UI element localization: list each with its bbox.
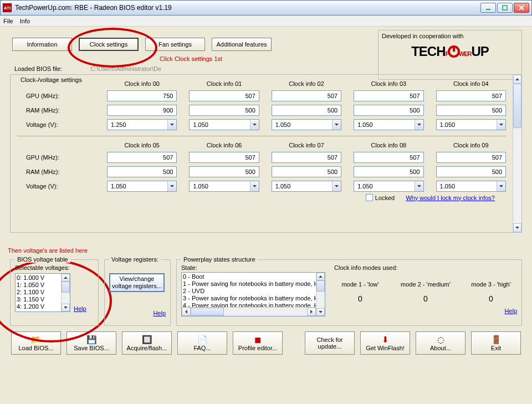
list-item[interactable]: 3 - Power saving for notebooks in batter… bbox=[183, 295, 324, 302]
locked-checkbox[interactable] bbox=[366, 194, 373, 201]
tab-fan-settings[interactable]: Fan settings bbox=[145, 38, 205, 51]
scroll-down-icon[interactable] bbox=[62, 304, 70, 311]
gpu-00[interactable]: 750 bbox=[107, 90, 177, 101]
volt-04[interactable]: 1.050 bbox=[436, 119, 506, 130]
gpu-03[interactable]: 507 bbox=[354, 90, 423, 101]
clock-head-07: Clock info 07 bbox=[272, 142, 341, 149]
gpu-01[interactable]: 507 bbox=[189, 90, 259, 101]
chevron-down-icon bbox=[332, 120, 341, 130]
svg-marker-8 bbox=[499, 124, 503, 126]
gpu-02[interactable]: 507 bbox=[272, 90, 341, 101]
folder-open-icon: 📂 bbox=[31, 335, 42, 344]
scroll-thumb[interactable] bbox=[513, 84, 521, 128]
gpu-08[interactable]: 507 bbox=[354, 152, 423, 163]
volt-00[interactable]: 1.250 bbox=[107, 119, 177, 130]
scroll-left-icon[interactable] bbox=[182, 308, 191, 316]
developed-in-cooperation-box: Developed in cooperation with TECHPWERUP bbox=[378, 30, 522, 80]
scroll-thumb[interactable] bbox=[191, 308, 224, 316]
get-winflash-button[interactable]: ⬇Get WinFlash! bbox=[360, 331, 410, 355]
clock-head-04: Clock info 04 bbox=[436, 80, 506, 87]
mode-3-label: mode 3 - 'high' bbox=[465, 281, 517, 288]
scroll-up-icon[interactable] bbox=[316, 273, 325, 280]
scroll-thumb[interactable] bbox=[316, 280, 325, 292]
gpu-09[interactable]: 507 bbox=[436, 152, 506, 163]
clock-head-01: Clock info 01 bbox=[189, 80, 259, 87]
volt-09[interactable]: 1.050 bbox=[436, 181, 506, 192]
close-button[interactable] bbox=[514, 3, 529, 13]
svg-marker-20 bbox=[185, 310, 187, 314]
clock-head-09: Clock info 09 bbox=[436, 142, 506, 149]
volt-03[interactable]: 1.050 bbox=[354, 119, 423, 130]
chip-icon: 🔲 bbox=[142, 335, 152, 344]
load-bios-button[interactable]: 📂Load BIOS... bbox=[11, 331, 61, 355]
volt-07[interactable]: 1.050 bbox=[272, 181, 341, 192]
save-bios-button[interactable]: 💾Save BIOS... bbox=[66, 331, 116, 355]
scroll-down-icon[interactable] bbox=[513, 223, 521, 232]
volt-05[interactable]: 1.050 bbox=[107, 181, 177, 192]
svg-marker-10 bbox=[253, 185, 257, 187]
scroll-thumb[interactable] bbox=[62, 282, 70, 293]
ram-row-label: RAM (MHz): bbox=[17, 107, 95, 114]
svg-marker-4 bbox=[170, 124, 174, 126]
scroll-up-icon[interactable] bbox=[62, 274, 70, 282]
about-button[interactable]: ◌About... bbox=[416, 331, 466, 355]
powerplay-help-link[interactable]: Help bbox=[504, 308, 517, 314]
ram-09[interactable]: 500 bbox=[436, 166, 506, 177]
list-item[interactable]: 1 - Power saving for notebooks in batter… bbox=[183, 280, 324, 288]
menu-file[interactable]: File bbox=[3, 18, 13, 24]
ram-08[interactable]: 500 bbox=[354, 166, 423, 177]
volt-row-label: Voltage (V): bbox=[17, 121, 95, 128]
gpu-04[interactable]: 507 bbox=[436, 90, 506, 101]
state-list-scrollbar[interactable] bbox=[316, 273, 325, 316]
tab-clock-settings[interactable]: Clock settings bbox=[79, 38, 139, 51]
registers-help-link[interactable]: Help bbox=[153, 310, 166, 316]
clock-head-05: Clock info 05 bbox=[107, 142, 177, 149]
chevron-down-icon bbox=[497, 120, 505, 130]
chevron-down-icon bbox=[332, 181, 341, 191]
volt-01[interactable]: 1.050 bbox=[189, 119, 259, 130]
minimize-button[interactable] bbox=[480, 3, 496, 13]
volt-08[interactable]: 1.050 bbox=[354, 181, 423, 192]
ram-05[interactable]: 500 bbox=[107, 166, 177, 177]
scroll-down-icon[interactable] bbox=[316, 308, 325, 316]
list-item[interactable]: 0 - Boot bbox=[183, 273, 324, 280]
menu-info[interactable]: Info bbox=[20, 18, 30, 24]
ram-04[interactable]: 500 bbox=[436, 105, 506, 116]
ram-01[interactable]: 500 bbox=[189, 105, 259, 116]
gpu-05[interactable]: 507 bbox=[107, 152, 177, 163]
ram-00[interactable]: 900 bbox=[107, 105, 177, 116]
scroll-right-icon[interactable] bbox=[307, 308, 316, 316]
view-change-registers-button[interactable]: View/change voltage registers... bbox=[109, 273, 165, 292]
voltage-list-scrollbar[interactable] bbox=[61, 274, 70, 311]
why-lock-link[interactable]: Why would I lock my clock infos? bbox=[406, 195, 495, 201]
tab-additional-features[interactable]: Additional features bbox=[212, 38, 272, 51]
ram-03[interactable]: 500 bbox=[354, 105, 423, 116]
vertical-scrollbar[interactable] bbox=[513, 75, 521, 232]
state-listbox[interactable]: 0 - Boot 1 - Power saving for notebooks … bbox=[181, 272, 325, 316]
maximize-button[interactable] bbox=[497, 3, 513, 13]
state-list-hscroll[interactable] bbox=[182, 307, 316, 316]
svg-marker-9 bbox=[170, 185, 174, 187]
ram-02[interactable]: 500 bbox=[272, 105, 341, 116]
check-update-button[interactable]: Check for update... bbox=[305, 331, 355, 355]
gpu-07[interactable]: 507 bbox=[272, 152, 341, 163]
svg-marker-12 bbox=[417, 185, 421, 187]
svg-marker-13 bbox=[499, 185, 503, 187]
voltage-help-link[interactable]: Help bbox=[74, 305, 86, 312]
acquire-flash-button[interactable]: 🔲Acquire/flash... bbox=[122, 331, 172, 355]
gpu-06[interactable]: 507 bbox=[189, 152, 259, 163]
clock-voltage-legend: Clock-/voltage settings bbox=[18, 76, 84, 83]
ram-06[interactable]: 500 bbox=[189, 166, 259, 177]
voltage-listbox[interactable]: 0: 1.000 V 1: 1.050 V 2: 1.100 V 3: 1.15… bbox=[15, 273, 70, 312]
ram-07[interactable]: 500 bbox=[272, 166, 341, 177]
volt-06[interactable]: 1.050 bbox=[189, 181, 259, 192]
faq-button[interactable]: 📄FAQ... bbox=[177, 331, 227, 355]
list-item[interactable]: 2 - UVD bbox=[183, 288, 324, 295]
scroll-up-icon[interactable] bbox=[513, 75, 521, 84]
tab-information[interactable]: Information bbox=[12, 38, 72, 51]
clock-head-00: Clock info 00 bbox=[107, 80, 177, 87]
profile-editor-button[interactable]: ◼Profile editor... bbox=[233, 331, 283, 355]
volt-02[interactable]: 1.050 bbox=[272, 119, 341, 130]
exit-button[interactable]: 🚪Exit bbox=[471, 331, 521, 355]
client-area: Developed in cooperation with TECHPWERUP… bbox=[0, 27, 532, 404]
